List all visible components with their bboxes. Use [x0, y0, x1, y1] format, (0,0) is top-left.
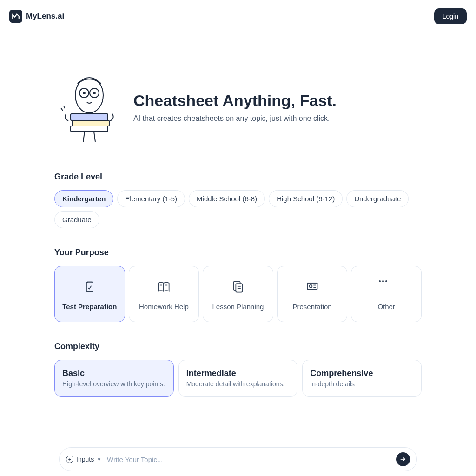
complexity-comprehensive[interactable]: Comprehensive In-depth details	[302, 360, 422, 397]
clipboard-check-icon	[82, 280, 97, 293]
purpose-label-text: Presentation	[292, 303, 331, 311]
purpose-label-text: Other	[377, 303, 395, 311]
svg-rect-7	[71, 126, 108, 132]
submit-button[interactable]	[396, 452, 410, 466]
inputs-label: Inputs	[76, 456, 94, 463]
complexity-title: Intermediate	[186, 369, 290, 378]
grade-option-graduate[interactable]: Graduate	[54, 211, 99, 228]
purpose-options: Test Preparation Homework Help	[54, 266, 422, 322]
complexity-label: Complexity	[54, 342, 422, 351]
brand-name: MyLens.ai	[26, 12, 64, 21]
purpose-label: Your Purpose	[54, 248, 422, 258]
chevron-down-icon: ▼	[97, 457, 101, 462]
header: MyLens.ai Login	[0, 0, 476, 33]
topic-input[interactable]	[107, 456, 390, 463]
purpose-homework-help[interactable]: Homework Help	[129, 266, 199, 322]
purpose-label-text: Test Preparation	[62, 303, 117, 311]
purpose-other[interactable]: Other	[351, 266, 422, 322]
purpose-label-text: Lesson Planning	[212, 303, 264, 311]
logo-icon	[9, 10, 22, 23]
svg-rect-5	[71, 114, 108, 120]
hero: Cheatsheet Anything, Fast. AI that creat…	[54, 70, 422, 144]
arrow-right-icon	[399, 456, 407, 463]
complexity-desc: Moderate detail with explanations.	[186, 380, 290, 388]
inputs-dropdown[interactable]: + Inputs ▼	[66, 456, 101, 463]
svg-rect-16	[236, 284, 242, 292]
complexity-desc: In-depth details	[310, 380, 414, 388]
grade-option-middle-school[interactable]: Middle School (6-8)	[189, 190, 265, 207]
page-title: Cheatsheet Anything, Fast.	[133, 92, 337, 110]
dots-icon	[379, 280, 394, 293]
complexity-title: Basic	[62, 369, 166, 378]
svg-line-8	[83, 132, 85, 142]
svg-line-11	[64, 106, 65, 108]
purpose-lesson-planning[interactable]: Lesson Planning	[203, 266, 273, 322]
purpose-test-preparation[interactable]: Test Preparation	[54, 266, 125, 322]
svg-point-4	[93, 92, 96, 94]
svg-point-0	[75, 78, 103, 113]
svg-rect-12	[86, 282, 93, 292]
page-subtitle: AI that creates cheatsheets on any topic…	[133, 114, 337, 123]
grade-option-high-school[interactable]: High School (9-12)	[269, 190, 343, 207]
grade-level-label: Grade Level	[54, 172, 422, 182]
svg-line-10	[61, 108, 63, 111]
hero-illustration	[54, 70, 124, 144]
svg-point-21	[309, 285, 312, 288]
complexity-desc: High-level overview with key points.	[62, 380, 166, 388]
complexity-title: Comprehensive	[310, 369, 414, 378]
svg-rect-6	[72, 120, 109, 126]
plus-circle-icon: +	[66, 456, 73, 463]
presentation-icon	[305, 280, 320, 293]
brand-logo[interactable]: MyLens.ai	[9, 10, 64, 23]
grade-level-options: Kindergarten Elementary (1-5) Middle Sch…	[54, 190, 422, 228]
login-button[interactable]: Login	[434, 8, 467, 24]
purpose-presentation[interactable]: Presentation	[277, 266, 348, 322]
files-icon	[231, 280, 245, 293]
svg-point-3	[83, 92, 86, 94]
complexity-options: Basic High-level overview with key point…	[54, 360, 422, 397]
grade-option-kindergarten[interactable]: Kindergarten	[54, 190, 113, 207]
topic-input-bar: + Inputs ▼	[59, 447, 417, 471]
svg-line-9	[94, 132, 95, 142]
purpose-label-text: Homework Help	[139, 303, 189, 311]
complexity-basic[interactable]: Basic High-level overview with key point…	[54, 360, 174, 397]
book-open-icon	[156, 280, 171, 293]
grade-option-undergraduate[interactable]: Undergraduate	[346, 190, 409, 207]
complexity-intermediate[interactable]: Intermediate Moderate detail with explan…	[178, 360, 298, 397]
grade-option-elementary[interactable]: Elementary (1-5)	[117, 190, 185, 207]
